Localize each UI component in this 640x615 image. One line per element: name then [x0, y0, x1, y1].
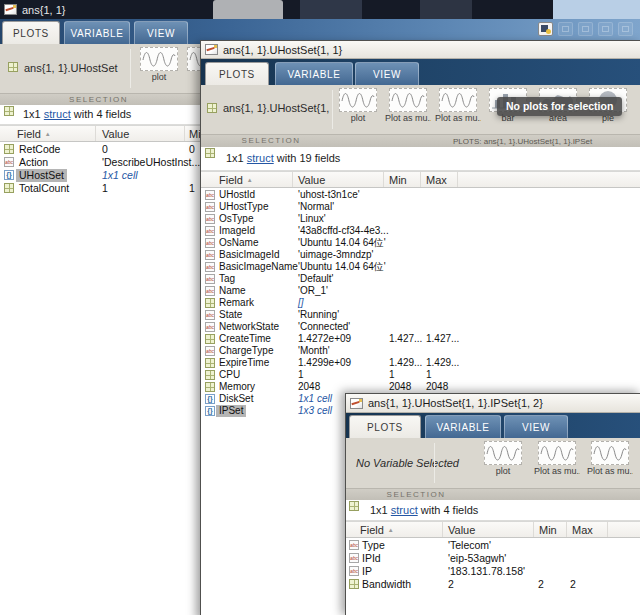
table-header: Field▲ Value Min Max	[346, 521, 640, 538]
struct-fields-count: with 4 fields	[74, 108, 131, 120]
field-max: 2048	[426, 381, 448, 393]
table-row[interactable]: abcState'Running'	[201, 309, 640, 321]
table-row[interactable]: abcOsType'Linux'	[201, 213, 640, 225]
table-row[interactable]: abcBasicImageName'Ubuntu 14.04 64位'	[201, 261, 640, 273]
plot-button-label: Plot as mu...	[435, 113, 481, 123]
field-value: '183.131.78.158'	[448, 565, 525, 578]
table-row[interactable]: abcChargeType'Month'	[201, 345, 640, 357]
tab-plots[interactable]: PLOTS	[2, 21, 60, 44]
tab-plots[interactable]: PLOTS	[349, 415, 421, 438]
char-field-icon: abc	[205, 286, 215, 296]
variable-grid-icon	[8, 62, 18, 72]
window-title: ans{1, 1}.UHostSet{1, 1}	[223, 44, 342, 56]
column-header-max[interactable]: Max	[568, 522, 608, 537]
tab-view[interactable]: VIEW	[134, 21, 188, 44]
field-name: ChargeType	[219, 345, 273, 357]
plot-button[interactable]: plot	[335, 86, 381, 123]
tab-variable[interactable]: VARIABLE	[64, 21, 130, 44]
numeric-field-icon	[349, 579, 359, 589]
column-header-min[interactable]: Min	[385, 172, 421, 187]
plot-button[interactable]: plot	[480, 439, 526, 476]
column-header-value[interactable]: Value	[97, 126, 185, 141]
field-value: 2	[448, 578, 454, 591]
cell-field-icon: {}	[205, 406, 215, 416]
column-header-value[interactable]: Value	[294, 172, 384, 187]
field-table: abcUHostId'uhost-t3n1ce'abcUHostType'Nor…	[201, 189, 640, 417]
column-header-field[interactable]: Field▲	[346, 522, 443, 537]
plot-as-multiple-button[interactable]: Plot as mu...	[534, 439, 580, 476]
table-row[interactable]: abcTag'Default'	[201, 273, 640, 285]
table-row[interactable]: abcName'OR_1'	[201, 285, 640, 297]
struct-type-link[interactable]: struct	[391, 504, 418, 516]
table-row[interactable]: abcOsName'Ubuntu 14.04 64位'	[201, 237, 640, 249]
struct-type-link[interactable]: struct	[247, 152, 274, 164]
table-row[interactable]: abcUHostType'Normal'	[201, 201, 640, 213]
background-ghost	[300, 0, 362, 19]
field-name: Name	[219, 285, 246, 297]
tab-view[interactable]: VIEW	[355, 62, 419, 85]
table-row[interactable]: abcImageId'43a8cffd-cf34-4e3...	[201, 225, 640, 237]
field-name: NetworkState	[219, 321, 279, 333]
table-row[interactable]: abcUHostId'uhost-t3n1ce'	[201, 189, 640, 201]
field-max: 1.429...	[426, 357, 459, 369]
paste-icon[interactable]	[618, 22, 633, 36]
field-value: []	[298, 297, 304, 309]
import-data-icon[interactable]	[538, 22, 553, 36]
field-value: 1x1 cell	[298, 393, 332, 405]
plot-button[interactable]: plot	[136, 45, 182, 82]
table-row[interactable]: abcIP'183.131.78.158'	[346, 565, 640, 578]
field-name: BasicImageId	[219, 249, 280, 261]
column-header-field[interactable]: Field▲	[201, 172, 293, 187]
title-bar[interactable]: ans{1, 1}.UHostSet{1, 1}.IPSet{1, 2}	[346, 394, 640, 413]
field-value: 'Default'	[298, 273, 334, 285]
table-row[interactable]: abcType'Telecom'	[346, 539, 640, 552]
line-plot-icon	[591, 441, 629, 465]
cut-icon[interactable]	[578, 22, 593, 36]
tab-plots[interactable]: PLOTS	[205, 62, 269, 85]
field-name: Tag	[219, 273, 235, 285]
field-name: DiskSet	[219, 393, 253, 405]
field-name: RetCode	[19, 143, 60, 156]
field-min: 2	[538, 578, 544, 591]
struct-type-link[interactable]: struct	[44, 108, 71, 120]
copy-icon[interactable]	[598, 22, 613, 36]
table-row[interactable]: Memory204820482048	[201, 381, 640, 393]
plot-button-label: Plot as mu...	[587, 466, 633, 476]
char-field-icon: abc	[205, 226, 215, 236]
table-row[interactable]: ExpireTime1.4299e+091.429...1.429...	[201, 357, 640, 369]
field-name: Type	[362, 539, 385, 552]
cell-field-icon: {}	[4, 170, 14, 180]
char-field-icon: abc	[205, 322, 215, 332]
field-name: TotalCount	[19, 182, 69, 195]
table-row[interactable]: abcIPId'eip-53agwh'	[346, 552, 640, 565]
field-min: 1.429...	[389, 357, 422, 369]
table-row[interactable]: CPU111	[201, 369, 640, 381]
table-row[interactable]: CreateTime1.4272e+091.427...1.427...	[201, 333, 640, 345]
variable-document-icon	[4, 4, 17, 15]
numeric-field-icon	[205, 334, 215, 344]
table-row[interactable]: abcNetworkState'Connected'	[201, 321, 640, 333]
field-max: 1	[426, 369, 432, 381]
selected-variable-label: ans{1, 1}.UHostSet	[24, 62, 118, 74]
tab-variable[interactable]: VARIABLE	[425, 415, 501, 438]
column-header-min[interactable]: Min	[535, 522, 567, 537]
table-row[interactable]: Remark[]	[201, 297, 640, 309]
column-header-value[interactable]: Value	[444, 522, 534, 537]
title-bar[interactable]: ans{1, 1}	[0, 0, 640, 19]
column-header-field[interactable]: Field▲	[0, 126, 96, 141]
column-header-max[interactable]: Max	[422, 172, 458, 187]
table-row[interactable]: Bandwidth222	[346, 578, 640, 591]
struct-fields-count: with 4 fields	[421, 504, 478, 516]
tab-variable[interactable]: VARIABLE	[275, 62, 353, 85]
plot-as-multiple-button[interactable]: Plot as mu...	[385, 86, 431, 123]
numeric-field-icon	[4, 183, 14, 193]
save-icon[interactable]	[558, 22, 573, 36]
variable-document-icon	[350, 398, 363, 409]
char-field-icon: abc	[205, 202, 215, 212]
plot-as-multiple-button[interactable]: Plot as mu...	[435, 86, 481, 123]
plot-as-multiple-button[interactable]: Plot as mu...	[587, 439, 633, 476]
tab-view[interactable]: VIEW	[504, 415, 568, 438]
selection-caption: SELECTION	[201, 136, 341, 145]
table-row[interactable]: abcBasicImageId'uimage-3mndzp'	[201, 249, 640, 261]
title-bar[interactable]: ans{1, 1}.UHostSet{1, 1}	[201, 41, 640, 59]
